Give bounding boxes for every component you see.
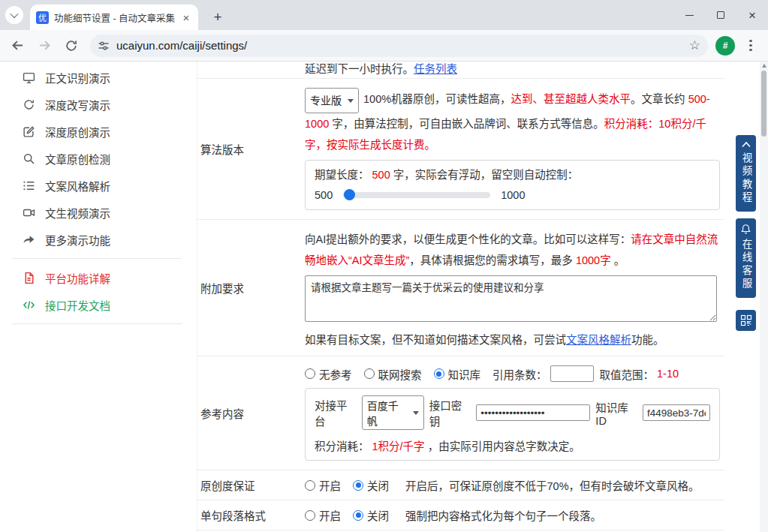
forward-button[interactable] bbox=[33, 35, 56, 57]
radio-on[interactable]: 开启 bbox=[305, 477, 341, 493]
range-value: 1-10 bbox=[657, 368, 679, 380]
desc-text: ，具体请根据您的需求填写，最多 bbox=[409, 254, 576, 266]
desc-text-red: 达到、甚至超越人类水平 bbox=[511, 93, 631, 105]
sidebar-item-label: 接口开发文档 bbox=[45, 297, 110, 313]
row-originality-guarantee: 原创度保证 开启 关闭 开启后，可保证原创度不低于70%，但有时会破坏文章风格。 bbox=[197, 470, 724, 500]
row-label: 附加要求 bbox=[197, 280, 305, 296]
row-extra-requirements: 附加要求 向AI提出额外的要求，以便生成更个性化的文章。比如可以这样写：请在文章… bbox=[197, 220, 724, 356]
document-icon bbox=[23, 272, 35, 284]
sidebar-divider bbox=[12, 258, 182, 259]
refresh-icon bbox=[23, 98, 35, 111]
floating-side-panel: 视频教程 在线客服 bbox=[736, 135, 756, 331]
algorithm-version-select[interactable]: 专业版 bbox=[305, 88, 359, 113]
radio-icon bbox=[305, 480, 315, 491]
sidebar-item-text-to-video[interactable]: 文生视频演示 bbox=[0, 199, 197, 226]
page-scrollbar[interactable] bbox=[760, 62, 768, 532]
edit-icon bbox=[23, 125, 35, 138]
schedule-note-text: 延迟到下一小时执行。 bbox=[305, 63, 414, 75]
sidebar-item-more-demos[interactable]: 更多演示功能 bbox=[0, 226, 197, 253]
desc-text: 向AI提出额外的要求，以便生成更个性化的文章。比如可以这样写： bbox=[305, 233, 631, 245]
cost-hint: ，由实际引用内容总字数决定。 bbox=[428, 440, 580, 452]
kebab-menu-icon bbox=[742, 40, 760, 51]
share-arrow-icon bbox=[23, 233, 35, 246]
site-settings-icon[interactable] bbox=[98, 40, 110, 52]
back-icon bbox=[11, 38, 25, 53]
sidebar-item-original-check[interactable]: 文章原创检测 bbox=[0, 145, 197, 172]
sidebar-item-label: 更多演示功能 bbox=[45, 232, 110, 248]
radio-web-search[interactable]: 联网搜索 bbox=[364, 366, 422, 382]
new-tab-button[interactable]: + bbox=[207, 7, 228, 28]
profile-dropdown-button[interactable] bbox=[5, 6, 23, 24]
style-analysis-link[interactable]: 文案风格解析 bbox=[566, 334, 631, 346]
sidebar-item-label: 深度改写演示 bbox=[45, 97, 110, 113]
length-hint: 字，实际会有浮动，留空则自动控制： bbox=[393, 169, 579, 181]
reload-icon bbox=[65, 39, 78, 53]
sidebar-item-label: 文案风格解析 bbox=[45, 178, 110, 194]
radio-knowledge-base[interactable]: 知识库 bbox=[434, 366, 481, 382]
address-bar[interactable]: ucaiyun.com/caiji/settings/ ☆ bbox=[90, 35, 708, 57]
knowledge-base-box: 对接平台 百度千帆 接口密钥 知识库ID 积分消耗： 1积分/千字 ，由实际引用… bbox=[305, 388, 720, 461]
sidebar-item-deep-rewrite[interactable]: 深度改写演示 bbox=[0, 91, 197, 118]
minimize-icon bbox=[685, 15, 694, 16]
sidebar-item-style-analysis[interactable]: 文案风格解析 bbox=[0, 172, 197, 199]
maximize-button[interactable] bbox=[705, 0, 736, 30]
list-icon bbox=[23, 179, 35, 192]
kb-id-input[interactable] bbox=[643, 404, 710, 421]
note-text: 功能。 bbox=[631, 334, 664, 346]
online-service-label: 在线客服 bbox=[739, 239, 754, 291]
back-button[interactable] bbox=[6, 35, 29, 57]
qr-code-icon bbox=[740, 314, 752, 326]
task-list-link[interactable]: 任务列表 bbox=[414, 63, 457, 75]
bookmark-star-icon[interactable]: ☆ bbox=[689, 38, 700, 53]
chevron-down-icon bbox=[348, 99, 354, 103]
slider-thumb[interactable] bbox=[344, 189, 355, 200]
radio-no-reference[interactable]: 无参考 bbox=[305, 366, 352, 382]
row-single-sentence-format: 单句段落格式 开启 关闭 强制把内容格式化为每个句子一个段落。 bbox=[197, 500, 724, 530]
cost-value: 1积分/千字 bbox=[369, 440, 428, 452]
sidebar-item-label: 文章原创检测 bbox=[45, 151, 110, 167]
row-reference-content: 参考内容 无参考 联网搜索 知识库 引用条数： bbox=[197, 356, 724, 470]
quote-count-input[interactable] bbox=[550, 365, 594, 382]
browser-tab[interactable]: 优 功能细节设置 - 自动文章采集器 × bbox=[30, 5, 198, 30]
length-slider[interactable] bbox=[343, 192, 490, 198]
url-text[interactable]: ucaiyun.com/caiji/settings/ bbox=[116, 39, 682, 52]
reload-button[interactable] bbox=[60, 35, 83, 57]
radio-label: 无参考 bbox=[319, 366, 352, 382]
row-label: 原创度保证 bbox=[197, 477, 305, 493]
radio-off[interactable]: 关闭 bbox=[353, 477, 389, 493]
chevron-down-icon bbox=[10, 10, 18, 18]
qr-code-button[interactable] bbox=[736, 310, 756, 331]
sidebar-item-label: 正文识别演示 bbox=[45, 70, 110, 86]
sidebar-item-label: 文生视频演示 bbox=[45, 205, 110, 221]
radio-on[interactable]: 开启 bbox=[305, 507, 341, 523]
sidebar-item-body-recognition[interactable]: 正文识别演示 bbox=[0, 64, 197, 91]
browser-menu-button[interactable] bbox=[739, 35, 762, 57]
minimize-button[interactable] bbox=[673, 0, 705, 30]
sidebar-item-platform-features[interactable]: 平台功能详解 bbox=[0, 264, 197, 291]
desc-text: 。文章长约 bbox=[631, 93, 688, 105]
online-service-button[interactable]: 在线客服 bbox=[736, 218, 756, 298]
search-icon bbox=[23, 152, 35, 165]
cost-label: 积分消耗： bbox=[315, 440, 369, 452]
radio-label: 开启 bbox=[319, 477, 341, 493]
close-button[interactable]: × bbox=[736, 0, 768, 30]
radio-label: 开启 bbox=[319, 507, 341, 523]
radio-off[interactable]: 关闭 bbox=[353, 507, 389, 523]
length-value: 500 bbox=[372, 169, 390, 181]
sidebar-item-deep-original[interactable]: 深度原创演示 bbox=[0, 118, 197, 145]
tab-close-icon[interactable]: × bbox=[180, 11, 192, 24]
radio-label: 知识库 bbox=[448, 366, 481, 382]
secret-key-input[interactable] bbox=[476, 404, 590, 421]
site-favicon: 优 bbox=[36, 11, 49, 24]
video-tutorial-button[interactable]: 视频教程 bbox=[736, 135, 756, 212]
scrollbar-thumb[interactable] bbox=[761, 71, 766, 137]
sidebar-item-api-docs[interactable]: 接口开发文档 bbox=[0, 291, 197, 318]
extra-requirements-textarea[interactable]: 请根据文章主题写一篇关于优采云的使用建议和分享 bbox=[305, 275, 717, 322]
radio-icon bbox=[364, 368, 375, 379]
platform-select[interactable]: 百度千帆 bbox=[362, 395, 424, 430]
video-icon bbox=[23, 206, 35, 219]
profile-avatar[interactable]: # bbox=[715, 36, 735, 56]
radio-label: 关闭 bbox=[367, 507, 389, 523]
row-description: 开启后，可保证原创度不低于70%，但有时会破坏文章风格。 bbox=[405, 477, 700, 493]
scroll-up-icon[interactable] bbox=[762, 64, 766, 68]
